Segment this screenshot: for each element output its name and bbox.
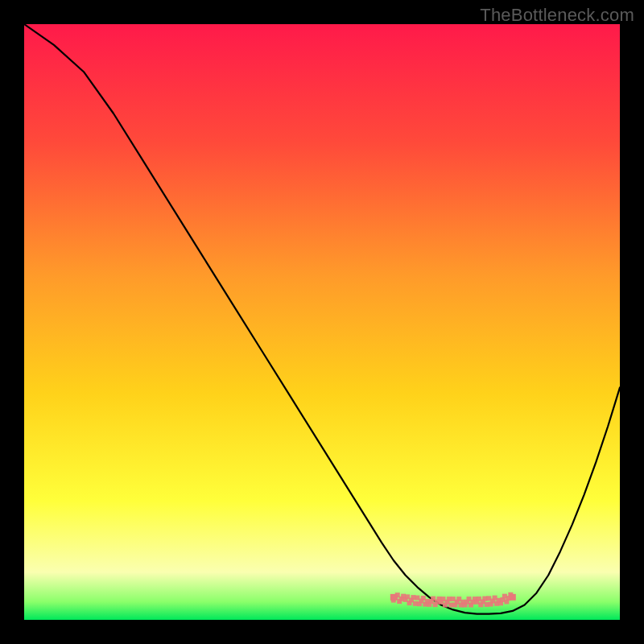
chart-container: TheBottleneck.com <box>0 0 644 644</box>
chart-svg <box>24 24 620 620</box>
plot-area <box>24 24 620 620</box>
svg-rect-61 <box>510 594 516 601</box>
svg-rect-60 <box>390 594 397 601</box>
watermark-text: TheBottleneck.com <box>480 5 634 26</box>
